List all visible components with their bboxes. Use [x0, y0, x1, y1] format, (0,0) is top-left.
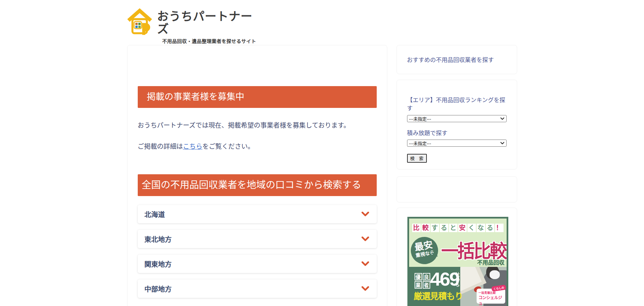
recommend-link[interactable]: おすすめの不用品回収業者を探す — [407, 56, 494, 64]
ad-pitch: 厳選見積もり — [414, 289, 463, 302]
ad-box: 比 較 す る と 安 く な る ！ 最安 重視なら — [396, 208, 517, 306]
area-ranking-link[interactable]: 【エリア】不用品回収ランキングを探す — [407, 96, 507, 113]
site-header: おうちパートナーズ 不用品回収・遺品整理業者を探せるサイト — [127, 0, 517, 45]
site-title: おうちパートナーズ — [157, 10, 260, 36]
ad-bubble: 最安 重視なら — [408, 235, 440, 267]
quality-char: 業 — [415, 281, 422, 289]
site-logo-link[interactable]: おうちパートナーズ 不用品回収・遺品整理業者を探せるサイト — [127, 7, 260, 44]
select-chevron-icon — [500, 142, 504, 145]
page: おうちパートナーズ 不用品回収・遺品整理業者を探せるサイト 掲載の事業者様を募集… — [0, 0, 644, 306]
sidebar: おすすめの不用品回収業者を探す 【エリア】不用品回収ランキングを探す ---未指… — [396, 45, 517, 306]
ad-catch-char: く — [467, 224, 476, 232]
ad-catch-char: ！ — [495, 224, 504, 232]
quality-label: 優 良 業 者 — [415, 273, 430, 289]
chevron-down-icon — [361, 212, 369, 216]
site-tagline: 不用品回収・遺品整理業者を探せるサイト — [157, 37, 260, 44]
select-chevron-icon — [500, 117, 504, 120]
ad-brand-logo: 一括見積比較 コンシェルジュ くらしの — [477, 289, 505, 304]
area-select[interactable]: ---未指定--- — [407, 115, 507, 122]
ad-catch-char: 比 — [412, 224, 421, 232]
region-search-heading: 全国の不用品回収業者を地域の口コミから検索する — [138, 174, 377, 196]
truckload-select[interactable]: ---未指定--- — [407, 140, 507, 147]
search-button[interactable]: 検 索 — [407, 154, 427, 163]
ad-catch-copy: 比 較 す る と 安 く な る ！ — [409, 224, 507, 232]
truckload-link[interactable]: 積み放題で探す — [407, 129, 448, 138]
detail-prefix: ご掲載の詳細は — [138, 143, 183, 150]
company-count-unit: 社から — [454, 272, 461, 288]
region-label: 東北地方 — [145, 234, 172, 244]
detail-paragraph: ご掲載の詳細はこちらをご覧ください。 — [138, 142, 377, 152]
ad-catch-char: る — [440, 224, 448, 232]
area-select-value: ---未指定--- — [409, 115, 431, 122]
ranking-search-box: 【エリア】不用品回収ランキングを探す ---未指定--- 積み放題で探す ---… — [396, 80, 517, 170]
ad-bottom-section: 優 良 業 者 469 社から 厳選見積もり 一括見積比較 コンシェルジュ くら… — [409, 267, 507, 306]
chevron-down-icon — [361, 237, 369, 241]
empty-widget-box — [396, 176, 517, 203]
quality-char: 者 — [423, 281, 430, 289]
ad-catch-char: 安 — [458, 224, 467, 232]
comparison-ad-banner[interactable]: 比 較 す る と 安 く な る ！ 最安 重視なら — [407, 217, 508, 306]
truckload-select-value: ---未指定--- — [409, 140, 431, 146]
logo-text: おうちパートナーズ 不用品回収・遺品整理業者を探せるサイト — [157, 7, 260, 44]
house-logo-icon — [127, 7, 152, 35]
chevron-down-icon — [361, 286, 369, 291]
region-accordion-hokkaido[interactable]: 北海道 — [138, 205, 377, 223]
ad-catch-char: す — [431, 224, 439, 232]
worker-mask — [490, 270, 500, 279]
ad-catch-char: と — [449, 224, 458, 232]
region-label: 中部地方 — [145, 284, 172, 294]
content-area: 掲載の事業者様を募集中 おうちパートナーズでは現在、掲載希望の事業者様を募集して… — [127, 45, 517, 306]
ad-headline-sub: 不用品回収 — [477, 258, 504, 266]
brand-name-text: コンシェルジュ — [479, 294, 504, 306]
region-label: 北海道 — [145, 209, 165, 219]
region-accordion-list: 北海道 東北地方 関東地方 中部地方 — [138, 205, 377, 298]
brand-small-text: 一括見積比較 — [479, 291, 504, 294]
ad-catch-char: 較 — [421, 224, 430, 232]
detail-suffix: をご覧ください。 — [203, 143, 254, 150]
region-accordion-tohoku[interactable]: 東北地方 — [138, 230, 377, 248]
quality-char: 優 — [415, 273, 422, 280]
quality-char: 良 — [423, 273, 430, 280]
detail-link[interactable]: こちら — [183, 143, 203, 150]
recruit-heading: 掲載の事業者様を募集中 — [138, 86, 377, 108]
ad-catch-char: な — [477, 224, 485, 232]
recommend-box: おすすめの不用品回収業者を探す — [396, 45, 517, 74]
main-card: 掲載の事業者様を募集中 おうちパートナーズでは現在、掲載希望の事業者様を募集して… — [127, 45, 387, 306]
region-label: 関東地方 — [145, 259, 172, 269]
region-accordion-kanto[interactable]: 関東地方 — [138, 255, 377, 273]
region-accordion-chubu[interactable]: 中部地方 — [138, 279, 377, 298]
ad-catch-char: る — [486, 224, 494, 232]
recruit-paragraph: おうちパートナーズでは現在、掲載希望の事業者様を募集しております。 — [138, 121, 377, 131]
chevron-down-icon — [361, 261, 369, 266]
